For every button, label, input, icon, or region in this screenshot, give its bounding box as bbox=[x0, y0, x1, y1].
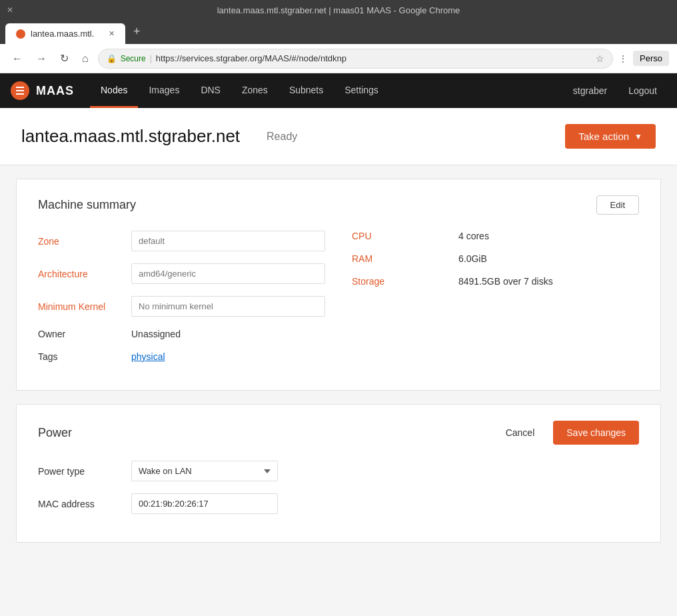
secure-label: Secure bbox=[121, 54, 146, 63]
page-content: lantea.maas.mtl.stgraber.net Ready Take … bbox=[0, 108, 677, 543]
url-divider: | bbox=[150, 54, 152, 63]
new-tab-btn[interactable]: + bbox=[125, 19, 149, 44]
maas-logo[interactable]: MAAS bbox=[11, 81, 74, 100]
tab-label: lantea.maas.mtl. bbox=[31, 29, 94, 39]
refresh-btn[interactable]: ↻ bbox=[56, 49, 73, 67]
owner-label: Owner bbox=[38, 329, 131, 339]
forward-btn[interactable]: → bbox=[32, 50, 51, 67]
window-title: lantea.maas.mtl.stgraber.net | maas01 MA… bbox=[217, 5, 460, 15]
take-action-button[interactable]: Take action ▼ bbox=[565, 124, 656, 149]
maas-icon bbox=[11, 81, 29, 100]
architecture-label: Architecture bbox=[38, 269, 131, 279]
ram-row: RAM 6.0GiB bbox=[352, 253, 639, 264]
owner-value: Unassigned bbox=[131, 329, 181, 339]
power-type-label: Power type bbox=[38, 466, 131, 477]
window-close-btn[interactable]: ✕ bbox=[7, 5, 13, 15]
node-header: lantea.maas.mtl.stgraber.net Ready Take … bbox=[0, 108, 677, 165]
status-badge: Ready bbox=[256, 131, 308, 143]
min-kernel-label: Minimum Kernel bbox=[38, 301, 131, 312]
nav-links: Nodes Images DNS Zones Subnets Settings bbox=[90, 73, 389, 108]
min-kernel-row: Minimum Kernel bbox=[38, 296, 325, 317]
storage-row: Storage 8491.5GB over 7 disks bbox=[352, 276, 639, 287]
mac-address-row: MAC address bbox=[38, 493, 639, 514]
storage-value: 8491.5GB over 7 disks bbox=[458, 276, 553, 287]
power-type-select[interactable]: Wake on LAN IPMI APC Manual bbox=[131, 461, 278, 481]
cancel-button[interactable]: Cancel bbox=[495, 421, 546, 445]
mac-address-input[interactable] bbox=[131, 493, 278, 514]
ram-label: RAM bbox=[352, 253, 418, 264]
nav-images[interactable]: Images bbox=[138, 73, 190, 108]
nav-right: stgraber Logout bbox=[564, 85, 666, 96]
architecture-row: Architecture bbox=[38, 263, 325, 284]
back-btn[interactable]: ← bbox=[8, 50, 27, 67]
tags-label: Tags bbox=[38, 351, 131, 362]
edit-button[interactable]: Edit bbox=[596, 195, 639, 215]
cpu-row: CPU 4 cores bbox=[352, 231, 639, 241]
power-section: Power Cancel Save changes Power type Wak… bbox=[16, 404, 661, 543]
nav-subnets[interactable]: Subnets bbox=[279, 73, 334, 108]
chevron-down-icon: ▼ bbox=[634, 132, 642, 141]
mac-address-label: MAC address bbox=[38, 499, 131, 509]
summary-left: Zone Architecture Minimum Kernel Owner U… bbox=[38, 231, 325, 374]
power-title: Power bbox=[38, 426, 72, 440]
power-header: Power Cancel Save changes bbox=[38, 421, 639, 445]
power-type-row: Power type Wake on LAN IPMI APC Manual bbox=[38, 461, 639, 481]
section-title: Machine summary bbox=[38, 198, 136, 212]
machine-summary-section: Machine summary Edit Zone Architecture M… bbox=[16, 179, 661, 391]
maas-title: MAAS bbox=[36, 84, 74, 98]
take-action-label: Take action bbox=[578, 131, 629, 142]
browser-menu-btn[interactable]: ⋮ bbox=[618, 53, 628, 64]
cpu-label: CPU bbox=[352, 231, 418, 241]
nav-nodes[interactable]: Nodes bbox=[90, 73, 138, 108]
owner-row: Owner Unassigned bbox=[38, 329, 325, 339]
secure-icon: 🔒 bbox=[107, 54, 117, 63]
tags-row: Tags physical bbox=[38, 351, 325, 362]
min-kernel-input[interactable] bbox=[131, 296, 325, 317]
tab-close-btn[interactable]: ✕ bbox=[109, 29, 115, 38]
zone-input[interactable] bbox=[131, 231, 325, 251]
home-btn[interactable]: ⌂ bbox=[78, 50, 93, 67]
nav-logout[interactable]: Logout bbox=[619, 85, 666, 96]
bookmark-icon[interactable]: ☆ bbox=[596, 53, 604, 64]
architecture-input[interactable] bbox=[131, 263, 325, 284]
tab-favicon bbox=[16, 29, 25, 39]
nav-dns[interactable]: DNS bbox=[190, 73, 231, 108]
browser-tab[interactable]: lantea.maas.mtl. ✕ bbox=[5, 23, 125, 44]
perso-btn[interactable]: Perso bbox=[633, 51, 669, 66]
ram-value: 6.0GiB bbox=[458, 253, 487, 264]
summary-right: CPU 4 cores RAM 6.0GiB Storage 8491.5GB … bbox=[352, 231, 639, 374]
address-bar-input[interactable]: 🔒 Secure | https://services.stgraber.org… bbox=[98, 49, 613, 69]
nav-zones[interactable]: Zones bbox=[231, 73, 279, 108]
nav-user[interactable]: stgraber bbox=[564, 85, 616, 96]
cpu-value: 4 cores bbox=[458, 231, 489, 241]
tags-value[interactable]: physical bbox=[131, 351, 165, 362]
url-text: https://services.stgraber.org/MAAS/#/nod… bbox=[156, 53, 346, 63]
nav-settings[interactable]: Settings bbox=[334, 73, 389, 108]
zone-row: Zone bbox=[38, 231, 325, 251]
node-title: lantea.maas.mtl.stgraber.net bbox=[21, 126, 240, 147]
summary-grid: Zone Architecture Minimum Kernel Owner U… bbox=[38, 231, 639, 374]
power-actions: Cancel Save changes bbox=[495, 421, 639, 445]
maas-navbar: MAAS Nodes Images DNS Zones Subnets Sett… bbox=[0, 73, 677, 108]
storage-label: Storage bbox=[352, 276, 418, 287]
save-changes-button[interactable]: Save changes bbox=[553, 421, 639, 445]
section-header: Machine summary Edit bbox=[38, 195, 639, 215]
zone-label: Zone bbox=[38, 236, 131, 247]
